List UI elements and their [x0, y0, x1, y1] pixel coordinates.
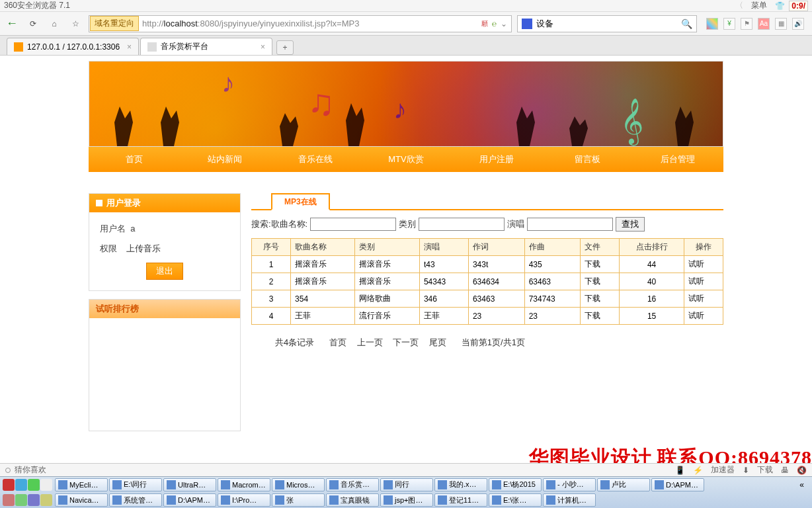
table-header: 操作	[684, 239, 723, 256]
star-button[interactable]: ☆	[67, 16, 83, 32]
taskbar-item[interactable]: 张	[272, 493, 325, 507]
taskbar-item[interactable]: UltraR…	[163, 478, 216, 491]
logout-button[interactable]: 退出	[146, 263, 183, 280]
browser-title-bar: 360安全浏览器 7.1 〈 菜单 👕 0:9/	[0, 0, 812, 12]
table-cell: 王菲	[291, 308, 355, 325]
browser-search-input[interactable]	[536, 19, 681, 28]
search-icon[interactable]: 🔍	[681, 19, 692, 29]
taskbar-item[interactable]: 宝真眼镜	[326, 493, 379, 507]
tab-phpmyadmin[interactable]: 127.0.0.1 / 127.0.0.1:3306 ×	[7, 38, 139, 55]
singer-input[interactable]	[527, 218, 613, 231]
quick-qq-icon[interactable]	[40, 479, 52, 491]
table-cell: 王菲	[419, 308, 468, 325]
download-link[interactable]: 下载	[581, 308, 620, 325]
close-icon[interactable]: ×	[127, 42, 132, 52]
table-cell: 2	[252, 273, 291, 290]
reload-button[interactable]: ⟳	[25, 16, 41, 32]
download-link[interactable]: 下载	[581, 256, 620, 273]
nav-后台管理[interactable]: 后台管理	[633, 147, 723, 172]
new-tab-button[interactable]: +	[276, 40, 294, 55]
search-box[interactable]: 🔍	[517, 15, 697, 32]
search-button[interactable]: 查找	[616, 217, 645, 232]
address-bar[interactable]: 域名重定向 http://localhost:8080/jspyinyue/yi…	[89, 15, 512, 32]
download-link[interactable]: 下载	[581, 273, 620, 290]
taskbar-item[interactable]: 登记11…	[434, 493, 487, 507]
tray-expand-icon[interactable]: «	[799, 480, 804, 489]
music-table: 序号歌曲名称类别演唱作词作曲文件点击排行操作 1摇滚音乐摇滚音乐t43343t4…	[251, 238, 723, 325]
pager-first[interactable]: 首页	[329, 337, 346, 347]
pager-last[interactable]: 尾页	[429, 337, 446, 347]
taskbar-item[interactable]: jsp+图…	[380, 493, 433, 507]
close-icon[interactable]: ×	[261, 42, 265, 52]
leaf-icon[interactable]: ℮	[492, 19, 497, 28]
ext-aa-icon[interactable]: Aa	[758, 18, 770, 30]
category-input[interactable]	[419, 218, 505, 231]
quick-360-icon[interactable]	[28, 479, 40, 491]
dropdown-icon[interactable]: ⌄	[501, 19, 507, 28]
table-row: 2摇滚音乐摇滚音乐5434363463463463下载40试听	[252, 273, 723, 290]
nav-留言板[interactable]: 留言板	[542, 147, 633, 172]
tab-music[interactable]: 音乐赏析平台 ×	[140, 38, 272, 55]
ext-apps-icon[interactable]	[706, 18, 718, 30]
table-header: 演唱	[419, 239, 468, 256]
taskbar-item[interactable]: MyEcli…	[55, 478, 108, 491]
back-button[interactable]: ←	[4, 16, 20, 32]
upload-music-link[interactable]: 上传音乐	[126, 243, 161, 253]
taskbar-item[interactable]: 我的.x…	[434, 478, 487, 491]
content-tab-mp3[interactable]: MP3在线	[271, 193, 330, 210]
app-icon	[167, 495, 176, 505]
pager-next[interactable]: 下一页	[393, 337, 419, 347]
table-cell: 网络歌曲	[355, 290, 419, 308]
download-icon[interactable]: ⬇	[743, 466, 749, 475]
taskbar-item[interactable]: 卢比	[597, 478, 650, 491]
quick-icon[interactable]	[28, 494, 40, 506]
nav-用户注册[interactable]: 用户注册	[452, 147, 542, 172]
song-name-input[interactable]	[310, 218, 396, 231]
nav-站内新闻[interactable]: 站内新闻	[179, 147, 270, 172]
bolt-icon[interactable]: ⚡	[693, 466, 703, 475]
taskbar-item[interactable]: Micros…	[272, 478, 325, 491]
browser-title: 360安全浏览器 7.1	[4, 0, 735, 11]
listen-link[interactable]: 试听	[684, 308, 723, 325]
nav-首页[interactable]: 首页	[89, 147, 179, 172]
quick-icon[interactable]	[40, 494, 52, 506]
counter-badge: 0:9/	[789, 1, 808, 11]
home-button[interactable]: ⌂	[46, 16, 62, 32]
taskbar-item[interactable]: I:\Pro…	[218, 493, 270, 507]
quick-opera-icon[interactable]	[3, 479, 15, 491]
listen-link[interactable]: 试听	[684, 256, 723, 273]
ext-box-icon[interactable]: ▦	[775, 18, 787, 30]
badge-icon[interactable]: 願	[481, 19, 488, 28]
nav-音乐在线[interactable]: 音乐在线	[270, 147, 360, 172]
taskbar-item[interactable]: D:\APM…	[651, 478, 704, 491]
menu-button[interactable]: 菜单	[747, 0, 771, 11]
taskbar-item[interactable]: Navica…	[55, 493, 108, 507]
mute-icon[interactable]: 🔇	[797, 466, 807, 475]
taskbar-item[interactable]: 计算机…	[543, 493, 596, 507]
taskbar-item[interactable]: D:\APM…	[163, 493, 216, 507]
taskbar-item[interactable]: Macrom…	[218, 478, 270, 491]
taskbar-item[interactable]: - 小吵…	[543, 478, 596, 491]
taskbar-item[interactable]: 同行	[380, 478, 433, 491]
nav-MTV欣赏[interactable]: MTV欣赏	[360, 147, 451, 172]
coat-icon[interactable]: 👕	[775, 1, 785, 11]
download-link[interactable]: 下载	[581, 290, 620, 308]
listen-link[interactable]: 试听	[684, 290, 723, 308]
taskbar-item[interactable]: E:\张…	[489, 493, 542, 507]
taskbar-item[interactable]: E:\同行	[109, 478, 162, 491]
taskbar-item[interactable]: E:\杨2015	[489, 478, 542, 491]
taskbar-item[interactable]: 系统管…	[109, 493, 162, 507]
quick-ie-icon[interactable]	[15, 479, 27, 491]
quick-icon[interactable]	[15, 494, 27, 506]
listen-link[interactable]: 试听	[684, 273, 723, 290]
print-icon[interactable]: 🖶	[781, 466, 789, 475]
phone-icon[interactable]: 📱	[675, 466, 685, 475]
pager-prev[interactable]: 上一页	[357, 337, 383, 347]
ext-shield-icon[interactable]: ¥	[723, 18, 735, 30]
ext-flag-icon[interactable]: ⚑	[741, 18, 752, 30]
taskbar-item[interactable]: 音乐赏…	[326, 478, 379, 491]
table-cell: 54343	[419, 273, 468, 290]
quick-icon[interactable]	[3, 494, 15, 506]
url-text: http://localhost:8080/jspyinyue/yinyuexi…	[140, 19, 359, 28]
ext-speaker-icon[interactable]: 🔊	[792, 18, 804, 30]
